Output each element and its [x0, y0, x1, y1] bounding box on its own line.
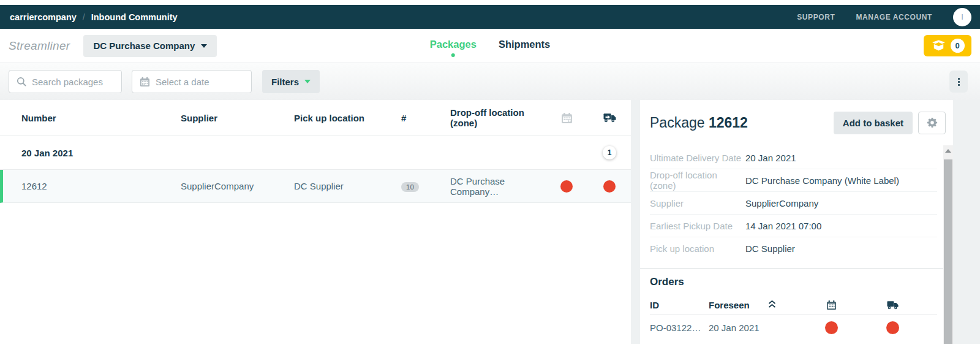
- packages-table: Number Supplier Pick up location # Drop-…: [0, 100, 631, 344]
- page: carriercompany / Inbound Community SUPPO…: [0, 0, 980, 344]
- detail-title: Package 12612: [650, 115, 834, 131]
- chevron-down-icon: [304, 80, 311, 83]
- app-logo: Streamliner: [9, 39, 70, 53]
- transport-status-dot[interactable]: [603, 180, 616, 193]
- search-icon: [17, 77, 26, 86]
- main-tabs: Packages Shipments: [430, 29, 551, 63]
- basket-count-badge: 0: [951, 39, 965, 53]
- company-selector[interactable]: DC Purchase Company: [83, 35, 217, 57]
- field-row: Drop-off location (zone) DC Purchase Com…: [650, 169, 937, 192]
- orders-table-header: ID Foreseen: [650, 296, 937, 315]
- gear-icon: [927, 117, 938, 128]
- orders-truck-column-icon: [887, 300, 899, 310]
- field-row: Earliest Pickup Date 14 Jan 2021 07:00: [650, 215, 937, 237]
- field-value: DC Purchase Company (White Label): [745, 175, 899, 186]
- field-label: Drop-off location (zone): [650, 170, 745, 191]
- table-group-row[interactable]: 20 Jan 2021 1: [0, 136, 631, 170]
- date-box: [132, 70, 252, 93]
- calendar-status-dot[interactable]: [560, 180, 573, 193]
- order-id: PO-03122…: [650, 323, 709, 333]
- app-header: Streamliner DC Purchase Company Packages…: [0, 29, 980, 63]
- orders-col-foreseen: Foreseen: [709, 300, 767, 310]
- field-value: SupplierCompany: [745, 198, 818, 208]
- field-row: Supplier SupplierCompany: [650, 192, 937, 215]
- package-detail-panel: Package 12612 Add to basket Ultimate Del…: [640, 100, 953, 344]
- order-calendar-status-dot[interactable]: [825, 321, 838, 334]
- sort-chevrons-icon[interactable]: [767, 300, 777, 310]
- group-date: 20 Jan 2021: [21, 148, 181, 158]
- date-input[interactable]: [156, 77, 244, 87]
- inactive-tab-dot: [522, 53, 526, 57]
- col-dropoff: Drop-off location (zone): [450, 107, 545, 128]
- truck-column-icon: [603, 113, 616, 123]
- field-value: 14 Jan 2021 07:00: [745, 221, 821, 231]
- cell-dropoff: DC Purchase Company…: [450, 176, 545, 197]
- toolbar: Filters: [0, 63, 980, 100]
- breadcrumb: carriercompany / Inbound Community: [10, 12, 178, 22]
- detail-title-prefix: Package: [650, 115, 705, 131]
- filters-button[interactable]: Filters: [262, 70, 320, 93]
- kebab-menu-button[interactable]: [949, 71, 968, 93]
- basket-icon: [931, 40, 946, 52]
- tab-packages-label: Packages: [430, 39, 477, 50]
- field-row: Ultimate Delivery Date 20 Jan 2021: [650, 147, 937, 169]
- col-number: Number: [21, 113, 181, 123]
- field-label: Ultimate Delivery Date: [650, 153, 745, 163]
- breadcrumb-section[interactable]: Inbound Community: [91, 12, 178, 22]
- navbar-actions: SUPPORT MANAGE ACCOUNT I: [797, 8, 971, 26]
- active-tab-dot: [451, 53, 455, 57]
- table-row[interactable]: 12612 SupplierCompany DC Supplier 10 DC …: [0, 170, 631, 203]
- support-link[interactable]: SUPPORT: [797, 13, 835, 21]
- orders-heading: Orders: [650, 276, 937, 288]
- avatar-initial: I: [961, 12, 963, 21]
- calendar-column-icon: [561, 112, 573, 124]
- group-count-badge: 1: [603, 146, 616, 159]
- orders-calendar-column-icon: [826, 300, 837, 310]
- col-count: #: [401, 113, 450, 123]
- cell-number: 12612: [21, 181, 181, 191]
- field-label: Pick up location: [650, 243, 745, 254]
- breadcrumb-separator: /: [83, 12, 85, 22]
- order-transport-status-dot[interactable]: [886, 321, 899, 334]
- add-to-basket-button[interactable]: Add to basket: [834, 112, 913, 134]
- content: Number Supplier Pick up location # Drop-…: [0, 100, 980, 344]
- col-supplier: Supplier: [181, 113, 294, 123]
- field-value: 20 Jan 2021: [745, 153, 796, 163]
- order-foreseen: 20 Jan 2021: [709, 323, 767, 333]
- detail-header: Package 12612 Add to basket: [640, 100, 953, 145]
- packages-table-header: Number Supplier Pick up location # Drop-…: [0, 100, 631, 136]
- settings-button[interactable]: [918, 112, 946, 134]
- detail-title-number: 12612: [709, 115, 748, 131]
- field-label: Supplier: [650, 198, 745, 208]
- basket-button[interactable]: 0: [924, 35, 971, 56]
- filters-label: Filters: [271, 77, 299, 87]
- orders-section: Orders ID Foreseen: [640, 268, 953, 340]
- scroll-up-arrow-icon[interactable]: [945, 149, 951, 153]
- field-value: DC Supplier: [745, 243, 795, 254]
- tab-packages[interactable]: Packages: [430, 35, 477, 57]
- tab-shipments-label: Shipments: [499, 39, 550, 50]
- field-row: Pick up location DC Supplier: [650, 237, 937, 260]
- tab-shipments[interactable]: Shipments: [499, 35, 550, 57]
- chevron-down-icon: [201, 44, 207, 48]
- detail-scrollbar[interactable]: [943, 145, 953, 344]
- search-input[interactable]: [32, 77, 114, 87]
- col-pickup: Pick up location: [294, 113, 401, 123]
- detail-fields: Ultimate Delivery Date 20 Jan 2021 Drop-…: [640, 145, 953, 260]
- search-box: [9, 70, 122, 93]
- scrollbar-thumb[interactable]: [944, 159, 952, 344]
- manage-account-link[interactable]: MANAGE ACCOUNT: [856, 13, 932, 21]
- company-selector-label: DC Purchase Company: [93, 40, 195, 51]
- field-label: Earliest Pickup Date: [650, 221, 745, 231]
- order-row[interactable]: PO-03122… 20 Jan 2021: [650, 315, 937, 340]
- orders-col-id: ID: [650, 300, 709, 310]
- avatar[interactable]: I: [953, 8, 971, 26]
- calendar-icon: [140, 77, 150, 87]
- top-navbar: carriercompany / Inbound Community SUPPO…: [0, 5, 980, 29]
- cell-supplier: SupplierCompany: [181, 181, 294, 191]
- cell-pickup: DC Supplier: [294, 181, 401, 191]
- top-strip: [0, 0, 980, 5]
- brand-name[interactable]: carriercompany: [10, 12, 77, 22]
- order-count-pill: 10: [401, 182, 419, 192]
